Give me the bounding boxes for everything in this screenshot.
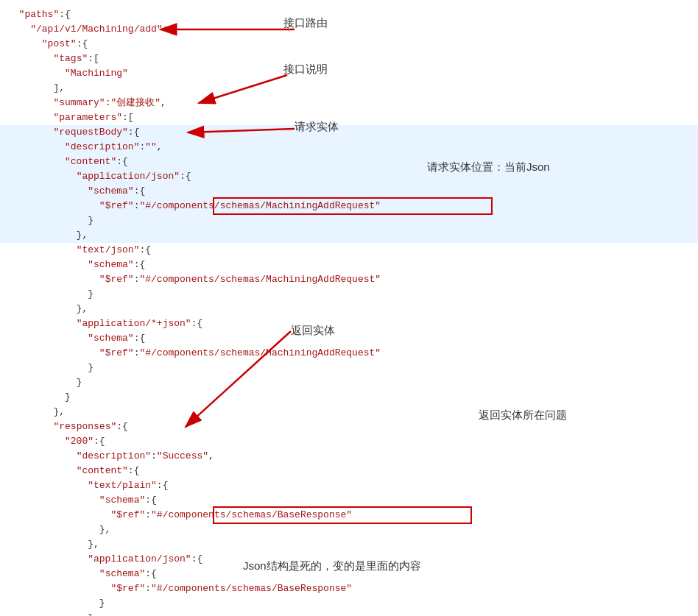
code-content: "schema":{ — [7, 567, 157, 581]
code-line: "requestBody":{ — [0, 125, 698, 140]
code-content: "summary":"创建接收", — [7, 96, 166, 110]
code-content: "$ref":"#/components/schemas/MachiningAd… — [7, 346, 381, 361]
code-line: "schema":{ — [0, 493, 698, 508]
code-line: } — [0, 596, 698, 611]
code-content: "$ref":"#/components/schemas/BaseRespons… — [7, 581, 352, 596]
code-line: }, — [0, 611, 698, 616]
code-line: "/api/v1/Machining/add":{ — [0, 22, 698, 37]
code-line: "Machining" — [0, 66, 698, 81]
code-content: "content":{ — [7, 464, 139, 478]
code-content: }, — [7, 611, 99, 616]
bottom-note: Json结构是死的，变的是里面的内容 — [243, 559, 421, 573]
code-line: "paths":{ — [0, 7, 698, 22]
code-content: "description":"", — [7, 140, 163, 155]
code-content: } — [7, 390, 71, 405]
code-content: "description":"Success", — [7, 449, 214, 464]
code-content: "$ref":"#/components/schemas/BaseRespons… — [7, 508, 352, 523]
code-line: } — [0, 390, 698, 405]
code-content: "$ref":"#/components/schemas/MachiningAd… — [7, 272, 381, 287]
code-line: }, — [0, 537, 698, 552]
code-line: "application/json":{ — [0, 169, 698, 184]
code-line: "$ref":"#/components/schemas/MachiningAd… — [0, 199, 698, 213]
code-line: } — [0, 361, 698, 375]
response-body-issue-label: 返回实体所在问题 — [479, 408, 567, 422]
code-line: "$ref":"#/components/schemas/MachiningAd… — [0, 346, 698, 361]
code-content: } — [7, 213, 94, 228]
code-content: "paths":{ — [7, 7, 71, 22]
code-content: "content":{ — [7, 155, 128, 169]
code-line: "responses":{ — [0, 419, 698, 434]
code-line: }, — [0, 228, 698, 243]
code-line: }, — [0, 302, 698, 316]
api-route-label: 接口路由 — [283, 16, 328, 30]
code-content: "$ref":"#/components/schemas/MachiningAd… — [7, 199, 381, 213]
code-content: "schema":{ — [7, 184, 145, 199]
code-line: "text/plain":{ — [0, 478, 698, 493]
code-line: "content":{ — [0, 155, 698, 169]
code-content: "schema":{ — [7, 493, 157, 508]
code-content: "application/json":{ — [7, 552, 202, 567]
code-line: "description":"", — [0, 140, 698, 155]
code-content: "application/json":{ — [7, 169, 191, 184]
code-line: "schema":{ — [0, 331, 698, 346]
code-line: "parameters":[ — [0, 110, 698, 125]
code-line: "schema":{ — [0, 258, 698, 272]
code-line: "schema":{ — [0, 184, 698, 199]
code-content: ], — [7, 81, 65, 96]
code-line: "text/json":{ — [0, 243, 698, 258]
code-line: "200":{ — [0, 434, 698, 449]
code-line: "summary":"创建接收", — [0, 96, 698, 110]
code-content: "/api/v1/Machining/add":{ — [7, 22, 174, 37]
code-line: "$ref":"#/components/schemas/BaseRespons… — [0, 508, 698, 523]
code-content: }, — [7, 228, 88, 243]
code-line: "post":{ — [0, 37, 698, 52]
page-wrapper: "paths":{ "/api/v1/Machining/add":{ "pos… — [0, 0, 698, 616]
code-content: "text/plain":{ — [7, 478, 168, 493]
code-container: "paths":{ "/api/v1/Machining/add":{ "pos… — [0, 0, 698, 616]
code-content: }, — [7, 405, 65, 419]
code-content: "Machining" — [7, 66, 128, 81]
code-content: "200":{ — [7, 434, 105, 449]
code-content: }, — [7, 523, 110, 537]
code-line: "description":"Success", — [0, 449, 698, 464]
code-line: }, — [0, 405, 698, 419]
code-content: "post":{ — [7, 37, 88, 52]
code-line: "tags":[ — [0, 52, 698, 66]
code-content: }, — [7, 537, 99, 552]
code-line: } — [0, 213, 698, 228]
response-body-label: 返回实体 — [291, 324, 335, 338]
code-line: ], — [0, 81, 698, 96]
code-content: } — [7, 596, 105, 611]
code-content: }, — [7, 302, 88, 316]
interface-desc-label: 接口说明 — [283, 63, 328, 77]
code-content: "requestBody":{ — [7, 125, 139, 140]
code-line: "$ref":"#/components/schemas/MachiningAd… — [0, 272, 698, 287]
code-content: } — [7, 361, 94, 375]
code-content: "schema":{ — [7, 258, 145, 272]
code-content: "text/json":{ — [7, 243, 151, 258]
code-content: "responses":{ — [7, 419, 128, 434]
code-content: } — [7, 375, 82, 390]
code-line: "$ref":"#/components/schemas/BaseRespons… — [0, 581, 698, 596]
code-content: "application/*+json":{ — [7, 316, 202, 331]
code-content: "tags":[ — [7, 52, 99, 66]
code-line: } — [0, 287, 698, 302]
code-line: }, — [0, 523, 698, 537]
request-body-label: 请求实体 — [295, 120, 339, 134]
code-line: "content":{ — [0, 464, 698, 478]
code-content: } — [7, 287, 94, 302]
code-line: } — [0, 375, 698, 390]
code-line: "application/*+json":{ — [0, 316, 698, 331]
code-content: "parameters":[ — [7, 110, 134, 125]
code-content: "schema":{ — [7, 331, 145, 346]
request-body-pos-label: 请求实体位置：当前Json — [427, 160, 550, 174]
